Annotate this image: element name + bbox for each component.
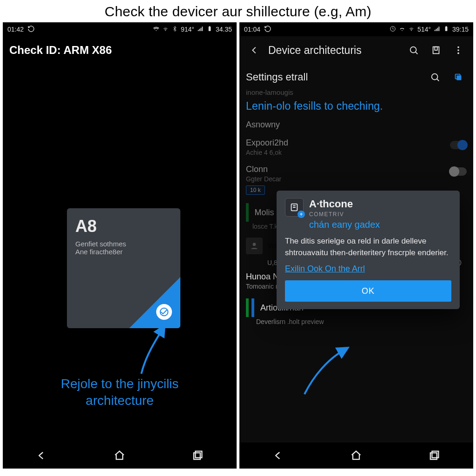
status-time: 01:04 [244,26,260,33]
dialog: + A·thcone COMETRIV chán eany gadex The … [277,191,460,309]
hint-text: inone-lamougis [239,88,473,97]
svg-point-10 [410,47,416,53]
bt-icon [172,26,178,33]
accent-bar [251,298,254,317]
cpu-code: A8 [75,217,172,236]
cpu-card[interactable]: A8 Genfiet sothmes Ane firacthe8er [67,208,180,328]
overflow-menu[interactable] [450,42,467,59]
setting-name: Asnowny [246,120,467,130]
plus-badge-icon: + [298,211,305,218]
setting-name: Expoori2hd [246,138,467,148]
temp: 514° [417,26,431,33]
toggle-switch[interactable] [450,141,467,149]
wifi2-icon [408,26,415,33]
phone-right: 01:04 514° 39:15 Device architecturis Se [239,22,473,469]
clock-icon [390,26,396,33]
sub-bar: Settings etrall [239,64,473,88]
svg-rect-22 [432,451,438,458]
card-corner [129,277,180,328]
svg-rect-1 [209,26,211,31]
refresh-icon [264,25,271,34]
wifi2-icon [162,26,169,33]
nav-bar [3,443,237,469]
dialog-body: The ditis serielge oa reld in darle dell… [285,236,451,258]
svg-rect-5 [195,451,202,458]
cpu-line2: Ane firacthe8er [75,248,172,256]
appbar-title: Device architecturis [268,44,362,57]
battery-icon [206,26,213,33]
nav-recents-icon[interactable] [426,447,443,464]
dialog-eyebrow: COMETRIV [309,211,380,218]
setting-chip: 10 k [246,185,265,195]
wifi-icon [399,26,405,33]
back-button[interactable] [246,42,263,59]
copy-icon[interactable] [450,69,467,86]
setting-expoori[interactable]: Expoori2hd Achie 4 6,ok [239,134,473,161]
search-icon[interactable] [427,69,443,86]
search-button[interactable] [405,42,422,59]
setting-name: Clonn [246,165,467,174]
bookmark-button[interactable] [428,42,444,59]
svg-point-0 [165,30,165,30]
status-time: 01:42 [7,26,24,33]
status-bar: 01:42 914° 34.35 [3,22,237,36]
setting-desc: Ggter Decar [246,175,467,183]
arrow-to-ok [300,348,351,401]
svg-point-13 [457,46,459,48]
svg-point-7 [411,30,411,30]
headline-link[interactable]: Lenin-olo fesills to cheching. [239,97,473,116]
phone-left: 01:42 914° 34.35 Check ID: ARM X86 A8 Ge… [3,22,237,469]
svg-point-16 [432,74,438,80]
temp: 914° [181,26,194,33]
svg-rect-17 [456,75,461,80]
appbar-title: Check ID: ARM X86 [9,44,112,57]
dialog-subtitle: chán eany gadex [309,219,380,230]
nav-back-icon[interactable] [270,447,287,464]
svg-point-15 [457,53,459,54]
svg-point-19 [253,243,256,246]
signal-icon [434,26,440,33]
status-bar: 01:04 514° 39:15 [239,22,473,36]
nav-bar [239,443,473,469]
app-bar: Check ID: ARM X86 [3,36,237,64]
svg-rect-9 [446,26,447,26]
svg-rect-8 [445,26,448,31]
subbar-title: Settings etrall [246,71,308,83]
dialog-link[interactable]: Exilin Ook On the Arrl [285,264,365,274]
battery-pct: 34.35 [216,26,232,33]
cpu-line1: Genfiet sothmes [75,240,172,248]
battery-pct: 39:15 [452,26,469,33]
svg-rect-12 [435,47,437,50]
nav-home-icon[interactable] [348,447,364,464]
wifi-icon [153,26,159,33]
ok-button[interactable]: OK [285,280,451,302]
arrow-to-card [137,327,169,380]
setting-desc: Deverlisrn .holt preview [256,318,467,325]
svg-rect-4 [194,453,200,459]
setting-name: Molis [254,208,274,218]
svg-point-14 [457,49,459,51]
dialog-title: A·thcone [309,198,380,210]
svg-rect-21 [430,453,437,459]
accent-bar [246,203,249,222]
callout-text: Rejole to the jinycilis architecture [31,376,209,410]
nav-home-icon[interactable] [111,447,128,464]
page-title: Check the devicer aur shillecture (e.g, … [0,0,476,22]
toggle-switch[interactable] [450,167,467,176]
nav-back-icon[interactable] [33,447,50,464]
setting-desc: Achie 4 6,ok [246,149,467,156]
card-badge-icon[interactable] [156,304,172,320]
dialog-app-icon: + [285,198,304,217]
avatar-icon [246,238,263,254]
app-bar: Device architecturis [239,36,473,64]
svg-rect-2 [209,26,210,26]
nav-recents-icon[interactable] [189,447,206,464]
setting-asnowny[interactable]: Asnowny [239,116,473,134]
refresh-icon [27,25,35,34]
battery-icon [443,26,450,33]
accent-bar [246,298,249,317]
signal-icon [197,26,204,33]
